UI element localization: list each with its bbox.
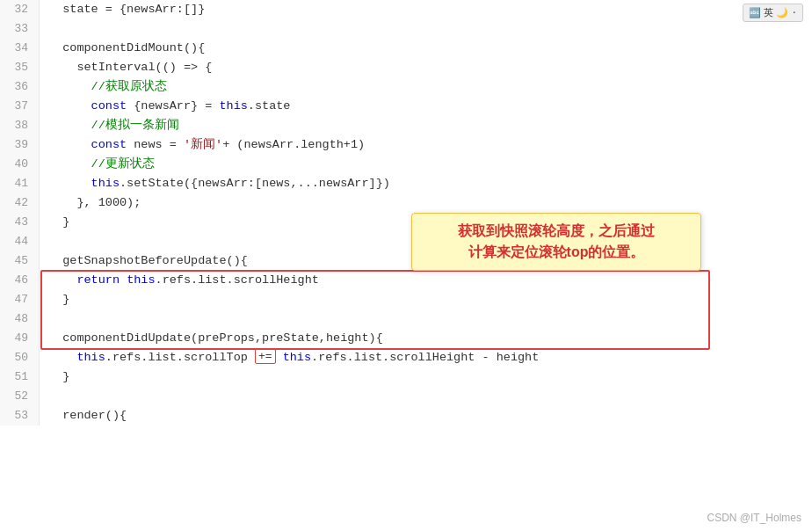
language-badge[interactable]: 🔤 英 🌙 · (743, 4, 803, 22)
line-content: this.setState({newsArr:[news,...newsArr]… (40, 174, 812, 193)
code-line: 40 //更新状态 (0, 155, 812, 174)
csdn-watermark: CSDN @IT_Holmes (707, 512, 801, 524)
token: setInterval( (48, 61, 163, 74)
tooltip-bubble: 获取到快照滚轮高度，之后通过计算来定位滚轮top的位置。 (411, 213, 701, 271)
line-content: //更新状态 (40, 155, 812, 174)
line-content: setInterval(() => { (40, 58, 812, 77)
line-number: 39 (0, 135, 40, 155)
token: componentDidUpdate(preProps,preState,hei… (48, 331, 383, 345)
line-number: 45 (0, 251, 40, 271)
code-line: 53 render(){ (0, 406, 812, 426)
code-line: 32 state = {newsArr:[]} (0, 0, 812, 19)
line-number: 52 (0, 387, 40, 406)
token: return (76, 273, 120, 287)
code-line: 34 componentDidMount(){ (0, 39, 812, 58)
token: news = (127, 138, 184, 151)
line-number: 36 (0, 77, 40, 97)
code-line: 41 this.setState({newsArr:[news,...newsA… (0, 174, 812, 193)
token: const (91, 138, 127, 151)
line-number: 47 (0, 290, 40, 309)
line-content: render(){ (40, 406, 812, 426)
line-number: 49 (0, 329, 40, 348)
token: render(){ (48, 409, 127, 422)
token (48, 177, 91, 190)
code-line: 48 (0, 309, 812, 329)
line-content: const news = '新闻'+ (newsArr.length+1) (40, 135, 812, 155)
line-number: 40 (0, 155, 40, 174)
line-number: 42 (0, 193, 40, 213)
token (276, 351, 283, 364)
tooltip-text: 获取到快照滚轮高度，之后通过计算来定位滚轮top的位置。 (458, 223, 655, 259)
code-line: 35 setInterval(() => { (0, 58, 812, 77)
line-number: 48 (0, 309, 40, 329)
token: this (219, 99, 247, 113)
code-line: 47 } (0, 290, 812, 309)
token (48, 80, 91, 93)
line-number: 50 (0, 348, 40, 367)
token: .refs.list.scrollHeight - height (311, 351, 539, 364)
line-content: }, 1000); (40, 193, 812, 213)
line-content: state = {newsArr:[]} (40, 0, 812, 19)
line-content: } (40, 367, 812, 387)
token: .refs.list.scrollTop (105, 351, 255, 364)
code-line: 39 const news = '新闻'+ (newsArr.length+1) (0, 135, 812, 155)
line-number: 44 (0, 232, 40, 251)
code-line: 52 (0, 387, 812, 406)
token: {newsArr} = (127, 99, 219, 113)
line-number: 33 (0, 19, 40, 39)
token: => { (177, 61, 213, 74)
token: state = {newsArr:[]} (48, 3, 205, 16)
top-bar: 🔤 英 🌙 · (734, 0, 812, 25)
token: const (91, 99, 127, 113)
line-content: return this.refs.list.scrollHeight (40, 271, 812, 290)
token: } (48, 215, 69, 229)
line-number: 37 (0, 97, 40, 116)
token: this (127, 273, 155, 287)
token: this (91, 177, 120, 190)
line-number: 46 (0, 271, 40, 290)
token (48, 99, 91, 113)
token: '新闻' (184, 138, 222, 151)
token (48, 273, 76, 287)
token: getSnapshotBeforeUpdate(){ (48, 254, 248, 267)
line-number: 34 (0, 39, 40, 58)
token (48, 138, 91, 151)
line-content: componentDidMount(){ (40, 39, 812, 58)
token: .refs.list.scrollHeight (156, 273, 319, 287)
token: this (283, 351, 311, 364)
token: .setState({newsArr:[news,...newsArr]}) (120, 177, 390, 190)
separator: · (791, 7, 797, 18)
line-content: } (40, 290, 812, 309)
line-content: //获取原状态 (40, 77, 812, 97)
token: } (48, 370, 69, 383)
code-line: 36 //获取原状态 (0, 77, 812, 97)
code-line: 51 } (0, 367, 812, 387)
token: }, 1000); (48, 196, 141, 209)
token (48, 119, 91, 132)
line-number: 41 (0, 174, 40, 193)
line-content: //模拟一条新闻 (40, 116, 812, 135)
token: + (newsArr.length+1) (222, 138, 365, 151)
line-content: const {newsArr} = this.state (40, 97, 812, 116)
moon-icon: 🌙 (776, 7, 788, 18)
token: //模拟一条新闻 (91, 119, 179, 132)
line-number: 51 (0, 367, 40, 387)
code-line: 38 //模拟一条新闻 (0, 116, 812, 135)
token (120, 273, 127, 287)
line-number: 53 (0, 406, 40, 426)
code-line: 33 (0, 19, 812, 39)
language-label: 英 (764, 6, 773, 19)
language-icon: 🔤 (749, 7, 761, 18)
line-content: this.refs.list.scrollTop += this.refs.li… (40, 348, 812, 367)
code-line: 50 this.refs.list.scrollTop += this.refs… (0, 348, 812, 367)
token: componentDidMount(){ (48, 41, 205, 55)
line-number: 43 (0, 213, 40, 232)
token: //获取原状态 (91, 80, 167, 93)
token: //更新状态 (91, 157, 155, 171)
code-line: 46 return this.refs.list.scrollHeight (0, 271, 812, 290)
token: } (48, 293, 69, 306)
editor-container: 🔤 英 🌙 · 32 state = {newsArr:[]}3334 comp… (0, 0, 812, 531)
code-line: 37 const {newsArr} = this.state (0, 97, 812, 116)
token (48, 157, 91, 171)
token: .state (248, 99, 291, 113)
